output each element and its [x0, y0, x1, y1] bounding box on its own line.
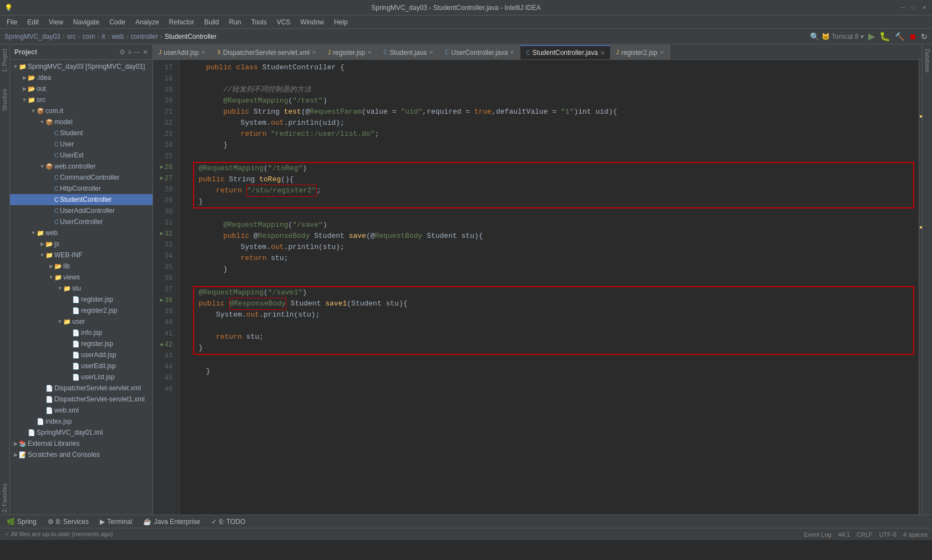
search-everywhere-icon[interactable]: 🔍 [810, 32, 819, 41]
breadcrumb-com[interactable]: com [83, 33, 95, 40]
side-tab-favorites[interactable]: 2: Favorites [1, 481, 9, 515]
breadcrumb-it[interactable]: it [102, 33, 105, 40]
tree-item-stu[interactable]: ▼ 📁 stu [10, 283, 153, 294]
tab-close-button[interactable]: ✕ [600, 50, 605, 56]
tree-item-dispatcherservlet[interactable]: 📄 DispatcherServlet-servlet.xml [10, 383, 153, 394]
run-button[interactable]: ▶ [868, 31, 875, 42]
tree-item-lib[interactable]: ▶ 📂 lib [10, 261, 153, 272]
tree-item-useraddjsp[interactable]: 📄 userAdd.jsp [10, 349, 153, 360]
tree-item-httpcontroller[interactable]: C HttpController [10, 183, 153, 194]
tree-item-register2jsp[interactable]: 📄 register2.jsp [10, 305, 153, 316]
breadcrumb-web[interactable]: web [112, 33, 124, 40]
tree-item-springmvc[interactable]: ▼ 📁 SpringMVC_day03 [SpringMVC_day01] [10, 61, 153, 72]
tree-item-userdir[interactable]: ▼ 📁 user [10, 316, 153, 327]
tab-dispatcherservlet[interactable]: X DispatcherServlet-servlet.xml ✕ [211, 45, 322, 59]
maximize-button[interactable]: □ [910, 4, 917, 11]
tree-item-webxml[interactable]: 📄 web.xml [10, 405, 153, 416]
run-config-selector[interactable]: 🐱 Tomcat 8 ▾ [822, 33, 864, 40]
project-close-icon[interactable]: ✕ [143, 48, 148, 56]
close-button[interactable]: ✕ [920, 4, 928, 11]
tree-item-studentcontroller[interactable]: C StudentController [10, 194, 153, 205]
tree-item-comit[interactable]: ▼ 📦 com.it [10, 105, 153, 116]
tree-item-js[interactable]: ▶ 📂 js [10, 238, 153, 250]
tree-item-extlibs[interactable]: ▶ 📚 External Libraries [10, 438, 153, 449]
tree-item-userlistjsp[interactable]: 📄 userList.jsp [10, 371, 153, 383]
tree-item-iml[interactable]: 📄 SpringMVC_day01.iml [10, 427, 153, 438]
menu-file[interactable]: File [2, 17, 22, 27]
tree-item-userext[interactable]: C UserExt [10, 150, 153, 161]
code-content[interactable]: public class StudentController { //转发到不同… [180, 60, 919, 515]
tree-item-infojsp[interactable]: 📄 info.jsp [10, 327, 153, 338]
breadcrumb-studentcontroller[interactable]: StudentController [165, 33, 216, 40]
tab-registerjsp[interactable]: J register.jsp ✕ [322, 45, 378, 59]
tab-usercontroller[interactable]: C UserController.java ✕ [439, 45, 520, 59]
tab-studentcontroller[interactable]: C StudentController.java ✕ [520, 45, 610, 59]
tree-item-registerjsp-user[interactable]: 📄 register.jsp [10, 338, 153, 349]
tree-item-user[interactable]: C User [10, 139, 153, 150]
tree-item-src[interactable]: ▼ 📁 src [10, 94, 153, 105]
menu-analyze[interactable]: Analyze [131, 17, 164, 27]
menu-tools[interactable]: Tools [247, 17, 271, 27]
menu-view[interactable]: View [44, 17, 68, 27]
editor-scrollbar[interactable] [919, 60, 922, 515]
breadcrumb-controller[interactable]: controller [130, 33, 158, 40]
tab-close-button[interactable]: ✕ [201, 49, 205, 55]
tree-item-useraddcontroller[interactable]: C UserAddController [10, 205, 153, 216]
tree-item-scratches[interactable]: ▶ 📝 Scratches and Consoles [10, 449, 153, 460]
side-tab-structure[interactable]: Structure [1, 86, 9, 114]
tree-item-model[interactable]: ▼ 📦 model [10, 116, 153, 128]
update-button[interactable]: ↻ [921, 32, 928, 41]
tab-useraddjsp[interactable]: J userAdd.jsp ✕ [153, 45, 211, 59]
menu-edit[interactable]: Edit [23, 17, 43, 27]
menu-help[interactable]: Help [330, 17, 352, 27]
menu-window[interactable]: Window [296, 17, 328, 27]
tree-item-webinf[interactable]: ▼ 📁 WEB-INF [10, 250, 153, 261]
tree-item-student[interactable]: C Student [10, 128, 153, 139]
bottom-tab-terminal[interactable]: ▶ Terminal [98, 518, 134, 526]
tab-close-button[interactable]: ✕ [660, 49, 664, 55]
breadcrumb-project[interactable]: SpringMVC_day03 [4, 33, 60, 40]
tab-studentjava[interactable]: C Student.java ✕ [378, 45, 439, 59]
breadcrumb-src[interactable]: src [67, 33, 76, 40]
menu-build[interactable]: Build [200, 17, 224, 27]
menu-refactor[interactable]: Refactor [165, 17, 199, 27]
project-hide-icon[interactable]: — [134, 48, 140, 56]
tree-item-usercontroller[interactable]: C UserController [10, 216, 153, 227]
tab-close-button[interactable]: ✕ [429, 49, 433, 55]
tab-close-button[interactable]: ✕ [367, 49, 372, 55]
tab-register2jsp[interactable]: J register2.jsp ✕ [611, 45, 670, 59]
menu-vcs[interactable]: VCS [272, 17, 295, 27]
indent-setting[interactable]: 4 spaces [903, 531, 928, 538]
bottom-tab-spring[interactable]: 🌿 Spring [4, 518, 39, 526]
debug-button[interactable]: 🐛 [879, 31, 890, 42]
tree-item-idea[interactable]: ▶ 📂 .idea [10, 72, 153, 83]
side-tab-project[interactable]: 1: Project [1, 47, 9, 74]
minimize-button[interactable]: ─ [899, 4, 906, 11]
tree-item-out[interactable]: ▶ 📂 out [10, 83, 153, 94]
tree-item-commandcontroller[interactable]: C CommandController [10, 172, 153, 183]
right-tab-database[interactable]: Database [923, 47, 931, 75]
encoding[interactable]: UTF-8 [879, 531, 896, 538]
code-editor[interactable]: 17 18 19 20 21 22 23 24 25 ▶26 ▶27 28 29… [153, 60, 922, 515]
tree-item-usereditjsp[interactable]: 📄 userEdit.jsp [10, 360, 153, 371]
tab-close-button[interactable]: ✕ [312, 49, 316, 55]
tree-item-indexjsp[interactable]: 📄 index.jsp [10, 416, 153, 427]
tree-item-webcontroller[interactable]: ▼ 📦 web.controller [10, 161, 153, 172]
bottom-tab-javaenterprise[interactable]: ☕ Java Enterprise [141, 518, 202, 526]
menu-run[interactable]: Run [225, 17, 246, 27]
bottom-tab-services[interactable]: ⚙ 8: Services [45, 518, 91, 526]
tree-item-registerjsp[interactable]: 📄 register.jsp [10, 294, 153, 305]
tree-item-views[interactable]: ▼ 📁 views [10, 272, 153, 283]
event-log-button[interactable]: Event Log [804, 531, 832, 538]
stop-button[interactable]: ⏹ [909, 32, 916, 41]
tree-item-web[interactable]: ▼ 📁 web [10, 227, 153, 238]
menu-navigate[interactable]: Navigate [69, 17, 104, 27]
tab-close-button[interactable]: ✕ [510, 49, 514, 55]
menu-code[interactable]: Code [105, 17, 130, 27]
project-collapse-icon[interactable]: ≡ [128, 48, 131, 56]
build-button[interactable]: 🔨 [895, 32, 904, 41]
line-endings[interactable]: CRLF [857, 531, 873, 538]
bottom-tab-todo[interactable]: ✓ 6: TODO [209, 518, 248, 526]
tree-item-dispatcherservlet1[interactable]: 📄 DispatcherServlet-servlet1.xml [10, 394, 153, 405]
project-settings-icon[interactable]: ⚙ [119, 48, 125, 56]
